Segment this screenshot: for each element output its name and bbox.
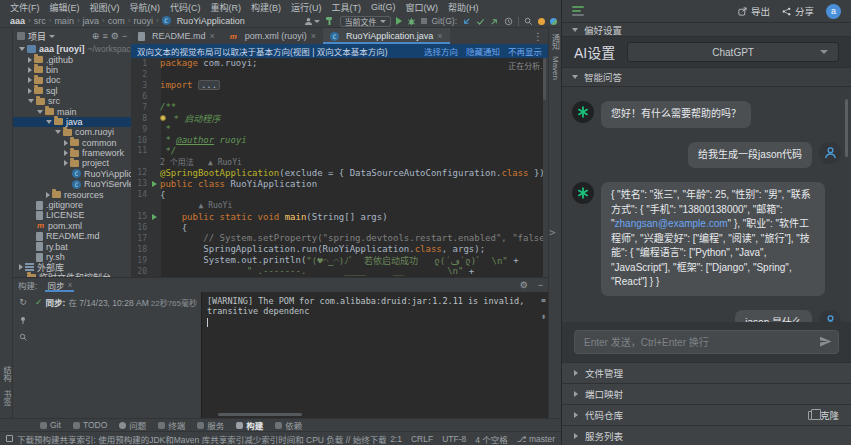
build-hammer-icon[interactable]	[325, 16, 335, 26]
tree-item[interactable]: java	[13, 117, 131, 127]
run-gutter-icon[interactable]	[152, 214, 157, 220]
breadcrumb-item[interactable]: java	[81, 16, 102, 26]
toolwindow-button-todo[interactable]: TODO	[73, 420, 107, 430]
chat-bubble[interactable]: { "姓名": "张三", "年龄": 25, "性别": "男", "联系方式…	[601, 182, 825, 296]
hide-panel-icon[interactable]: −	[122, 32, 127, 41]
run-button[interactable]	[396, 17, 402, 25]
banner-link[interactable]: 选择方向	[424, 45, 458, 57]
chevron-down-icon[interactable]	[49, 35, 55, 38]
build-tab-sync[interactable]: 同步×	[45, 278, 74, 292]
git-commit-button[interactable]	[476, 17, 485, 26]
locate-file-icon[interactable]: ⊕	[92, 32, 100, 41]
status-segment[interactable]: 4 个空格	[475, 433, 508, 445]
close-icon[interactable]: ×	[210, 31, 215, 41]
export-button[interactable]: 导出	[738, 4, 770, 18]
toolwindow-button-services[interactable]: 服务	[197, 419, 224, 431]
menu-item[interactable]: 窗口(W)	[402, 1, 443, 14]
status-segment[interactable]: UTF-8	[442, 434, 466, 444]
search-icon[interactable]	[524, 17, 533, 26]
plugin-icon[interactable]	[550, 18, 557, 25]
toolwindow-button-build[interactable]: 构建	[236, 419, 263, 431]
tree-item[interactable]: ry.sh	[13, 252, 131, 262]
breadcrumb-item[interactable]: ruoyi	[131, 16, 155, 26]
chat-bubble[interactable]: jason 是什么	[735, 310, 812, 323]
chat-bubble[interactable]: 给我生成一段jason代码	[688, 142, 812, 169]
chat-bubble[interactable]: 您好！有什么需要帮助的吗？	[601, 101, 751, 128]
tree-item[interactable]: bin	[13, 65, 131, 75]
tree-item[interactable]: resources	[13, 189, 131, 199]
scroll-end-icon[interactable]: ⇟	[541, 312, 546, 321]
tree-item[interactable]: sql	[13, 86, 131, 96]
status-segment[interactable]: 2:1	[390, 434, 402, 444]
tree-item[interactable]: CRuoYiServletInitiali	[13, 179, 131, 189]
notifications-dot-icon[interactable]	[538, 18, 545, 25]
close-icon[interactable]: ×	[311, 31, 316, 41]
close-icon[interactable]: ×	[437, 31, 442, 41]
settings-gear-icon[interactable]: ⚙	[520, 280, 528, 290]
close-icon[interactable]: ×	[67, 280, 72, 290]
tree-item[interactable]: CRuoYiApplication	[13, 169, 131, 179]
avatar[interactable]: a	[826, 4, 841, 19]
section-代码仓库[interactable]: 代码仓库克隆	[562, 404, 851, 425]
status-segment[interactable]: CRLF	[411, 434, 433, 444]
chat-text-link[interactable]: zhangsan@example.com	[615, 218, 728, 229]
git-branch-segment[interactable]: ⎇ master	[517, 434, 555, 444]
status-message[interactable]: 下载预构建共享索引: 使用预构建的JDK和Maven 库共享索引减少索引时间和 …	[17, 433, 386, 445]
git-update-button[interactable]	[462, 17, 471, 26]
settings-gear-icon[interactable]: ⚙	[111, 32, 119, 41]
build-output[interactable]: [WARNING] The POM for com.alibaba:druid:…	[201, 292, 548, 418]
menu-icon[interactable]	[572, 6, 584, 16]
menu-item[interactable]: 导航(N)	[126, 1, 165, 14]
tree-item[interactable]: .github	[13, 54, 131, 64]
menu-item[interactable]: 重构(R)	[207, 1, 246, 14]
menu-item[interactable]: 运行(U)	[287, 1, 326, 14]
menu-item[interactable]: Git(G)	[367, 2, 400, 12]
gutter[interactable]	[149, 214, 160, 220]
stop-button[interactable]	[421, 18, 427, 24]
run-gutter-icon[interactable]	[152, 181, 157, 187]
section-qa[interactable]: 智能问答	[562, 67, 851, 87]
user-icon[interactable]	[304, 17, 320, 26]
hide-panel-icon[interactable]: −	[538, 280, 543, 290]
breadcrumb-item[interactable]: CRuoYiApplication	[160, 16, 247, 26]
model-select[interactable]: ChatGPT	[627, 42, 839, 62]
refresh-icon[interactable]: ↻	[19, 297, 27, 307]
chat-scrollbar[interactable]	[845, 99, 848, 157]
toolwindow-button-problems[interactable]: 问题	[119, 419, 146, 431]
stripe-item[interactable]: 书签	[1, 390, 12, 406]
breadcrumb-item[interactable]: com	[106, 16, 127, 26]
run-config-select[interactable]: 当前文件	[340, 16, 391, 27]
section-文件管理[interactable]: 文件管理	[562, 362, 851, 383]
tree-item[interactable]: com.ruoyi	[13, 127, 131, 137]
breadcrumb-item[interactable]: main	[52, 16, 76, 26]
tree-item[interactable]: aaa [ruoyi]~/workspace/aaa	[13, 44, 131, 54]
tree-item[interactable]: src	[13, 96, 131, 106]
section-preferences[interactable]: 偏好设置	[562, 22, 851, 37]
tree-item[interactable]: project	[13, 158, 131, 168]
tree-item[interactable]: .gitignore	[13, 200, 131, 210]
tree-item[interactable]: main	[13, 106, 131, 116]
menu-item[interactable]: 工具(T)	[328, 1, 366, 14]
intention-bulb-icon[interactable]	[160, 115, 166, 121]
toolwindow-button-deps[interactable]: 依赖	[275, 419, 302, 431]
banner-link[interactable]: 隐藏通知	[466, 45, 500, 57]
tree-item[interactable]: framework	[13, 148, 131, 158]
section-服务列表[interactable]: 服务列表	[562, 425, 851, 445]
toolwindow-button-branch[interactable]: Git	[40, 420, 61, 430]
clone-button[interactable]: 克隆	[808, 408, 839, 422]
tree-item[interactable]: common	[13, 138, 131, 148]
banner-link[interactable]: 不再显示	[508, 45, 542, 57]
stripe-item-maven[interactable]: Maven	[551, 56, 560, 80]
history-button[interactable]	[504, 17, 513, 26]
breadcrumb-item[interactable]: src	[32, 16, 48, 26]
tree-item[interactable]: doc	[13, 75, 131, 85]
section-端口映射[interactable]: 端口映射	[562, 383, 851, 404]
editor-scrollbar[interactable]	[543, 58, 546, 100]
breadcrumb-item[interactable]: aaa	[8, 16, 27, 26]
menu-item[interactable]: 视图(V)	[86, 1, 124, 14]
gutter[interactable]	[149, 181, 160, 187]
stripe-item[interactable]: 结构	[1, 366, 12, 382]
more-icon[interactable]: ⋮	[528, 28, 548, 44]
menu-item[interactable]: 帮助(H)	[444, 1, 483, 14]
softwrap-icon[interactable]: ≡	[541, 296, 546, 305]
